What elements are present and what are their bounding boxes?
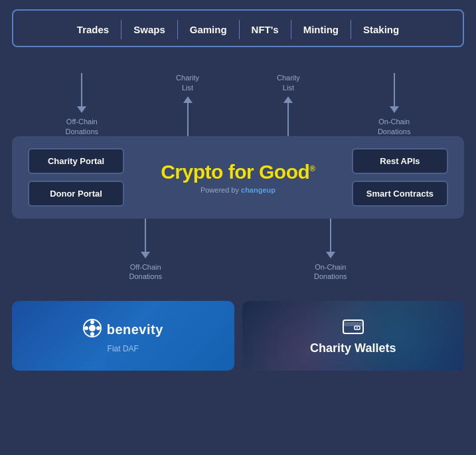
brand-registered: ® — [309, 164, 315, 173]
nav-item-swaps[interactable]: Swaps — [121, 20, 178, 39]
bottom-cards: benevity Fiat DAF Charity Wallets — [12, 301, 464, 371]
nav-item-nfts[interactable]: NFT's — [240, 20, 291, 39]
nav-item-gaming[interactable]: Gaming — [178, 20, 240, 39]
top-arrow-offchain-left: Off-ChainDonations — [66, 73, 99, 136]
svg-point-1 — [89, 325, 96, 331]
right-buttons: Rest APIs Smart Contracts — [352, 148, 448, 207]
benevity-subtitle: Fiat DAF — [108, 344, 139, 353]
bottom-arrow-offchain: Off-ChainDonations — [129, 219, 162, 282]
nav-item-trades[interactable]: Trades — [65, 20, 121, 39]
brand-title-text: Crypto for Good — [161, 161, 309, 183]
label-bottom-offchain: Off-ChainDonations — [129, 262, 162, 282]
charity-wallets-card[interactable]: Charity Wallets — [242, 301, 465, 371]
label-charity-list-right: CharityList — [277, 73, 300, 92]
label-charity-list-left: CharityList — [176, 73, 199, 92]
rest-apis-button[interactable]: Rest APIs — [352, 148, 448, 174]
top-navigation: Trades Swaps Gaming NFT's Minting Stakin… — [12, 9, 464, 47]
svg-point-4 — [84, 326, 88, 330]
smart-contracts-button[interactable]: Smart Contracts — [352, 181, 448, 207]
bottom-arrows-row: Off-ChainDonations On-ChainDonations — [0, 219, 476, 298]
benevity-icon — [83, 319, 102, 341]
center-brand: Crypto for Good® Powered by changeup — [135, 161, 341, 194]
top-arrow-onchain-right: On-ChainDonations — [378, 73, 411, 136]
nav-item-staking[interactable]: Staking — [351, 20, 411, 39]
label-offchain-left: Off-ChainDonations — [66, 117, 99, 136]
top-arrows-row: Off-ChainDonations CharityList CharityLi… — [0, 50, 476, 136]
top-arrow-charity-list-left: CharityList — [176, 73, 199, 136]
bottom-arrow-onchain: On-ChainDonations — [314, 219, 347, 282]
nav-item-minting[interactable]: Minting — [291, 20, 351, 39]
label-onchain-right: On-ChainDonations — [378, 117, 411, 136]
wallet-icon — [343, 317, 364, 337]
svg-rect-7 — [343, 322, 363, 326]
powered-by: Powered by changeup — [200, 186, 276, 194]
charity-portal-button[interactable]: Charity Portal — [28, 148, 124, 174]
top-arrow-charity-list-right: CharityList — [277, 73, 300, 136]
svg-point-9 — [357, 327, 358, 328]
powered-by-label: Powered by — [200, 186, 239, 194]
left-buttons: Charity Portal Donor Portal — [28, 148, 124, 207]
charity-wallets-label: Charity Wallets — [310, 341, 396, 355]
brand-title: Crypto for Good® — [161, 161, 315, 183]
changeup-brand: changeup — [241, 186, 276, 194]
middle-box: Charity Portal Donor Portal Crypto for G… — [12, 136, 464, 219]
benevity-logo: benevity — [83, 319, 163, 341]
benevity-card[interactable]: benevity Fiat DAF — [12, 301, 234, 371]
svg-point-3 — [90, 332, 94, 336]
svg-point-5 — [96, 326, 100, 330]
donor-portal-button[interactable]: Donor Portal — [28, 181, 124, 207]
benevity-name: benevity — [107, 322, 163, 337]
label-bottom-onchain: On-ChainDonations — [314, 262, 347, 282]
svg-point-2 — [90, 320, 94, 324]
